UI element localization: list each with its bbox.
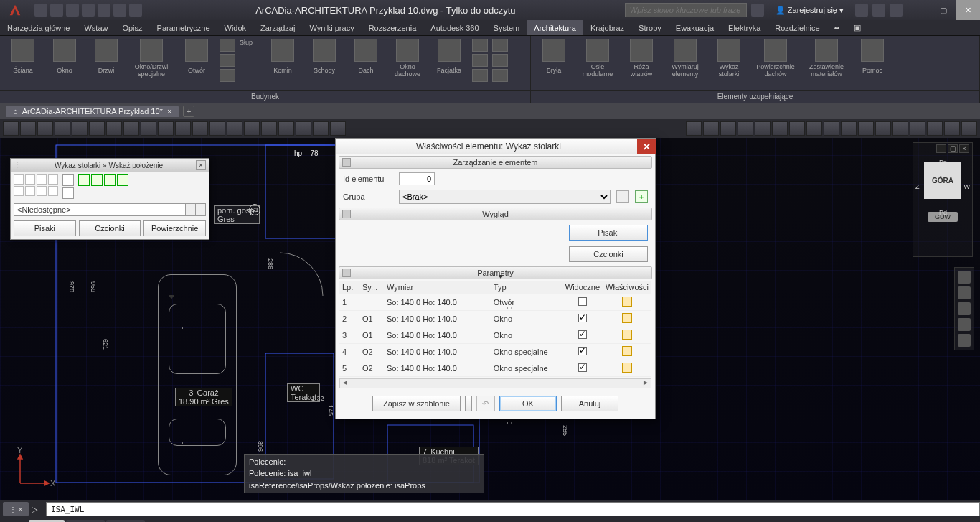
ts-icon[interactable] (72, 121, 88, 136)
snap4-icon[interactable] (48, 174, 58, 185)
btn-pomoc[interactable]: Pomoc (854, 39, 891, 79)
stayconnected-icon[interactable] (872, 4, 885, 17)
nav-showmotion-icon[interactable] (958, 334, 971, 347)
tab-wstaw[interactable]: Wstaw (77, 20, 115, 35)
tab-krajobraz[interactable]: Krajobraz (583, 20, 631, 35)
snap3-icon[interactable] (37, 174, 47, 185)
ts-icon[interactable] (55, 121, 70, 136)
ts-icon[interactable] (686, 121, 702, 136)
qat-plot-icon[interactable] (98, 4, 110, 17)
tab-more-icon[interactable]: •• (827, 20, 847, 35)
close-button[interactable]: ✕ (956, 0, 980, 20)
qat-open-icon[interactable] (50, 4, 63, 17)
col-wid[interactable]: Widoczne (562, 281, 603, 294)
m5-icon[interactable] (492, 54, 508, 67)
qat-undo-icon[interactable] (113, 4, 126, 17)
tab-ewakuacja[interactable]: Ewakuacja (669, 20, 721, 35)
btn-okno[interactable]: Okno (46, 39, 83, 79)
ts-icon[interactable] (141, 121, 156, 136)
table-row[interactable]: 5O2So: 140.0 Ho: 140.0Okno specjalne (339, 360, 651, 377)
vc-close-icon[interactable]: × (959, 144, 969, 153)
ts-icon[interactable] (3, 121, 19, 136)
sel3-icon[interactable] (104, 174, 116, 186)
col-sy[interactable]: Sy... (359, 281, 384, 294)
help-search-input[interactable] (625, 3, 747, 17)
col-wymiar[interactable]: Wymiar (384, 281, 491, 294)
m4-icon[interactable] (492, 39, 508, 52)
ts-icon[interactable] (20, 121, 36, 136)
input-id[interactable] (399, 172, 435, 185)
ts-icon[interactable] (841, 121, 857, 136)
ts-icon[interactable] (123, 121, 139, 136)
properties-icon[interactable] (622, 330, 632, 340)
tab-stropy[interactable]: Stropy (631, 20, 669, 35)
snap2-icon[interactable] (25, 174, 35, 185)
col-lp[interactable]: Lp. (339, 281, 359, 294)
ts-icon[interactable] (296, 121, 311, 136)
btn-wykaz[interactable]: Wykaz stolarki (710, 39, 748, 79)
side1-icon[interactable] (62, 174, 74, 186)
tab-parametryczne[interactable]: Parametryczne (150, 20, 217, 35)
snap5-icon[interactable] (14, 186, 24, 196)
tab-opisz[interactable]: Opisz (115, 20, 149, 35)
slup3-icon[interactable] (220, 69, 235, 82)
btn-ok[interactable]: OK (499, 396, 557, 411)
maximize-button[interactable]: ▢ (931, 0, 956, 20)
nav-zoom-icon[interactable] (958, 302, 971, 315)
tab-widok[interactable]: Widok (217, 20, 254, 35)
nav-pan-icon[interactable] (958, 286, 971, 299)
palette-btn-powierzchnie[interactable]: Powierzchnie (143, 220, 206, 236)
grupa-browse-icon[interactable] (616, 190, 629, 203)
ts-icon[interactable] (961, 121, 977, 136)
palette-combo-dd1-icon[interactable] (186, 203, 196, 216)
btn-zestaw[interactable]: Zestawienie materiałów (804, 39, 849, 79)
file-tab-add[interactable]: + (183, 106, 194, 117)
palette-btn-czcionki[interactable]: Czcionki (79, 220, 141, 236)
qat-redo-icon[interactable] (129, 4, 142, 17)
group-wyglad[interactable]: Wygląd (339, 208, 652, 220)
table-hscroll[interactable] (339, 378, 651, 388)
qat-save-icon[interactable] (66, 4, 79, 17)
btn-wymiaruj[interactable]: Wymiaruj elementy (664, 39, 706, 79)
cmd-input[interactable] (46, 502, 980, 516)
ts-icon[interactable] (192, 121, 208, 136)
vc-max-icon[interactable]: ▢ (948, 144, 958, 153)
ts-icon[interactable] (927, 121, 943, 136)
btn-osie[interactable]: Osie modularne (577, 39, 618, 79)
ts-icon[interactable] (789, 121, 805, 136)
m3-icon[interactable] (472, 69, 488, 82)
snap8-icon[interactable] (48, 186, 58, 196)
ts-icon[interactable] (209, 121, 225, 136)
btn-otwor[interactable]: Otwór (178, 39, 215, 79)
ts-icon[interactable] (106, 121, 122, 136)
slup2-icon[interactable] (220, 54, 235, 67)
m2-icon[interactable] (472, 54, 488, 67)
nav-orbit-icon[interactable] (958, 318, 971, 331)
ts-icon[interactable] (858, 121, 874, 136)
btn-sciana[interactable]: Ściana (4, 39, 42, 79)
tab-architektura[interactable]: Architektura (527, 20, 583, 35)
ts-icon[interactable] (313, 121, 329, 136)
visibility-checkbox[interactable] (578, 347, 587, 355)
properties-icon[interactable] (622, 363, 632, 373)
group-zarzadzanie[interactable]: Zarządzanie elementem (339, 156, 652, 169)
m1-icon[interactable] (472, 39, 488, 52)
btn-okno-dachowe[interactable]: Okno dachowe (389, 39, 426, 79)
ts-icon[interactable] (875, 121, 891, 136)
sel4-icon[interactable] (117, 174, 128, 186)
tab-wyniki[interactable]: Wyniki pracy (302, 20, 361, 35)
drawing-canvas[interactable]: hp = 78 pom. gosp.Gres S1 970 959 621 28… (0, 138, 980, 500)
sel2-icon[interactable] (91, 174, 103, 186)
table-row[interactable]: 4O2So: 140.0 Ho: 140.0Okno specjalne (339, 344, 651, 360)
exchange-icon[interactable] (855, 4, 868, 17)
ts-icon[interactable] (720, 121, 736, 136)
palette-combo-dd2-icon[interactable] (196, 203, 206, 216)
ts-icon[interactable] (824, 121, 839, 136)
cmd-handle-icon[interactable]: ⋮ × (3, 502, 29, 516)
properties-icon[interactable] (622, 346, 632, 356)
ts-icon[interactable] (806, 121, 822, 136)
ts-icon[interactable] (37, 121, 53, 136)
minimize-button[interactable]: — (907, 0, 931, 20)
vc-min-icon[interactable]: — (936, 144, 946, 153)
table-row[interactable]: 1So: 140.0 Ho: 140.0Otwór (339, 294, 651, 311)
